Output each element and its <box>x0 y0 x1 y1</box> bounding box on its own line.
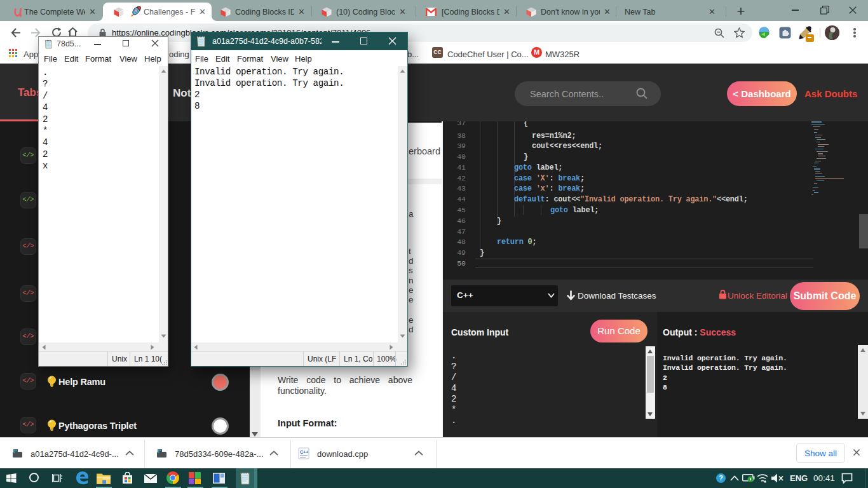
svg-text:C++: C++ <box>300 450 308 454</box>
